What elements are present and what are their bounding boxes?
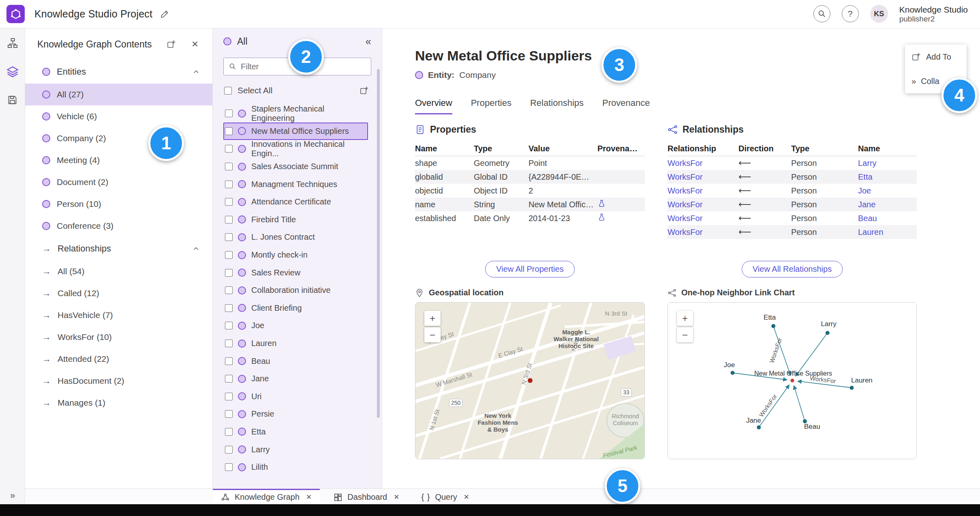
- related-entity-link[interactable]: Lauren: [858, 228, 917, 237]
- item-checkbox[interactable]: [225, 428, 233, 436]
- search-button[interactable]: [813, 5, 830, 22]
- entity-list-item[interactable]: Staplers Mechanical Engineering: [223, 105, 368, 123]
- close-panel-button[interactable]: ✕: [189, 38, 201, 50]
- rail-expand-button[interactable]: »: [0, 490, 25, 501]
- entity-list-item[interactable]: Beau: [223, 352, 368, 370]
- item-checkbox[interactable]: [225, 251, 233, 259]
- rail-save-button[interactable]: [4, 92, 21, 108]
- relationship-category-item[interactable]: →All (54): [25, 260, 212, 282]
- add-selection-button[interactable]: [358, 84, 370, 97]
- app-logo[interactable]: [6, 5, 25, 23]
- person-node[interactable]: [757, 425, 761, 429]
- person-node[interactable]: [730, 371, 734, 375]
- view-all-relationships-button[interactable]: View All Relationships: [742, 261, 843, 277]
- item-checkbox[interactable]: [225, 340, 233, 347]
- edit-title-button[interactable]: [160, 9, 169, 19]
- relationship-link[interactable]: WorksFor: [668, 172, 738, 182]
- entity-list-item[interactable]: Etta: [223, 423, 368, 441]
- center-entity-node[interactable]: [791, 379, 794, 383]
- view-all-properties-button[interactable]: View All Properties: [485, 261, 574, 277]
- zoom-out-button[interactable]: −: [424, 327, 441, 342]
- add-to-button[interactable]: Add To: [905, 45, 967, 69]
- item-checkbox[interactable]: [225, 304, 233, 312]
- scrollbar[interactable]: [377, 69, 380, 418]
- related-entity-link[interactable]: Joe: [858, 186, 917, 196]
- avatar[interactable]: KS: [870, 5, 888, 23]
- relationship-category-item[interactable]: →Manages (1): [25, 392, 212, 414]
- rail-layers-button[interactable]: [4, 63, 21, 80]
- provenance-icon[interactable]: [597, 199, 606, 208]
- relationship-link[interactable]: WorksFor: [668, 200, 738, 209]
- item-checkbox[interactable]: [225, 110, 233, 117]
- entity-list-item[interactable]: New Metal Office Suppliers: [223, 123, 368, 140]
- entity-category-item[interactable]: Person (10): [25, 193, 212, 215]
- entity-list-item[interactable]: Collaboration initiative: [223, 282, 368, 299]
- entity-list-item[interactable]: L. Jones Contract: [223, 228, 368, 246]
- relationship-link[interactable]: WorksFor: [668, 214, 738, 223]
- item-checkbox[interactable]: [225, 233, 233, 241]
- provenance-icon[interactable]: [597, 213, 606, 221]
- item-checkbox[interactable]: [225, 322, 233, 329]
- bottom-tab-query[interactable]: { }Query✕: [413, 489, 477, 504]
- entity-list-item[interactable]: Lauren: [223, 335, 368, 353]
- bottom-tab-dashboard[interactable]: Dashboard✕: [325, 489, 407, 504]
- relationships-section-header[interactable]: → Relationships: [25, 237, 212, 260]
- entity-list-item[interactable]: Larry: [223, 441, 368, 458]
- item-checkbox[interactable]: [225, 446, 233, 454]
- link-chart-canvas[interactable]: WorksForWorksForWorksForEttaLarryJoeLaur…: [668, 303, 916, 459]
- related-entity-link[interactable]: Etta: [858, 172, 917, 182]
- zoom-in-button[interactable]: +: [677, 311, 693, 326]
- item-checkbox[interactable]: [225, 357, 233, 365]
- person-node[interactable]: [771, 324, 775, 328]
- related-entity-link[interactable]: Jane: [858, 200, 917, 209]
- item-checkbox[interactable]: [225, 393, 233, 400]
- item-checkbox[interactable]: [225, 286, 233, 294]
- item-checkbox[interactable]: [225, 163, 233, 170]
- close-tab-icon[interactable]: ✕: [306, 493, 312, 501]
- chevron-up-icon[interactable]: [192, 68, 200, 76]
- chevron-up-icon[interactable]: [192, 245, 200, 253]
- entity-category-item[interactable]: All (27): [25, 84, 212, 105]
- related-entity-link[interactable]: Larry: [858, 159, 917, 168]
- close-tab-icon[interactable]: ✕: [464, 493, 469, 501]
- item-checkbox[interactable]: [225, 127, 233, 135]
- entity-list-item[interactable]: Jane: [223, 370, 368, 388]
- zoom-in-button[interactable]: +: [424, 311, 441, 326]
- collapse-panel-button[interactable]: «: [366, 35, 371, 48]
- entity-list-item[interactable]: Client Briefing: [223, 299, 368, 317]
- item-checkbox[interactable]: [225, 181, 233, 188]
- bottom-tab-knowledge-graph[interactable]: Knowledge Graph✕: [213, 489, 320, 504]
- relationship-link[interactable]: WorksFor: [668, 186, 738, 196]
- tab-properties[interactable]: Properties: [471, 98, 511, 114]
- relationship-category-item[interactable]: →HasVehicle (7): [25, 304, 212, 326]
- entity-category-item[interactable]: Meeting (4): [25, 149, 212, 171]
- relationship-category-item[interactable]: →Called (12): [25, 282, 212, 304]
- item-checkbox[interactable]: [225, 375, 233, 383]
- tab-relationships[interactable]: Relationships: [530, 98, 584, 114]
- entities-section-header[interactable]: Entities: [25, 60, 212, 84]
- entity-list-item[interactable]: Managment Techniques: [223, 175, 368, 193]
- help-button[interactable]: ?: [842, 5, 859, 22]
- item-checkbox[interactable]: [225, 269, 233, 277]
- entity-list-item[interactable]: Montly check-in: [223, 246, 368, 264]
- select-all-checkbox[interactable]: [224, 87, 232, 95]
- relationship-category-item[interactable]: →WorksFor (10): [25, 326, 212, 348]
- tab-overview[interactable]: Overview: [415, 98, 452, 114]
- relationship-category-item[interactable]: →Attended (22): [25, 348, 212, 370]
- entity-list-item[interactable]: Joe: [223, 317, 368, 335]
- entity-list-item[interactable]: Innovations in Mechanical Engin...: [223, 140, 368, 158]
- entity-list-item[interactable]: Firebird Title: [223, 211, 368, 229]
- entity-list-item[interactable]: Sales Review: [223, 264, 368, 282]
- item-checkbox[interactable]: [225, 145, 233, 153]
- user-menu[interactable]: Knowledge Studio publisher2: [899, 5, 968, 24]
- map-canvas[interactable]: N 3rd StN 4th StN 3rd StE Clay StW Clay …: [415, 303, 644, 459]
- entity-category-item[interactable]: Vehicle (6): [25, 105, 212, 127]
- item-checkbox[interactable]: [225, 216, 233, 224]
- entity-list-item[interactable]: Persie: [223, 405, 368, 423]
- entity-category-item[interactable]: Conference (3): [25, 215, 212, 237]
- entity-list-item[interactable]: Attendance Certificate: [223, 193, 368, 211]
- related-entity-link[interactable]: Beau: [858, 214, 917, 223]
- entity-category-item[interactable]: Document (2): [25, 171, 212, 193]
- relationship-link[interactable]: WorksFor: [668, 159, 738, 168]
- person-node[interactable]: [850, 386, 854, 390]
